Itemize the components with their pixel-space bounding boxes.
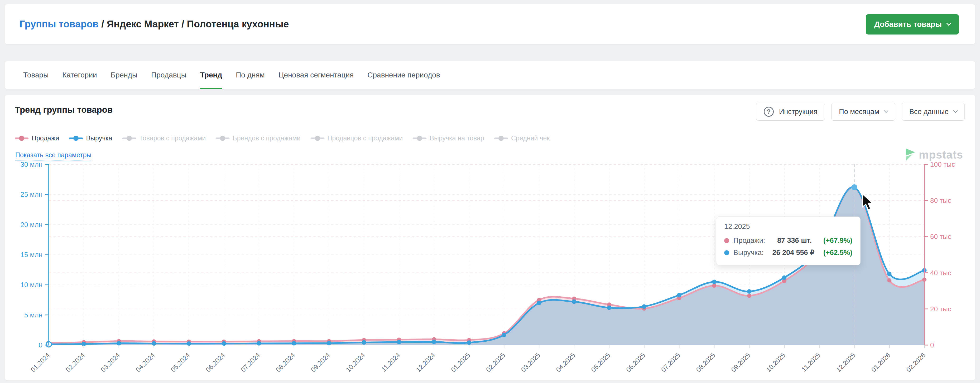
- tooltip-date: 12.2025: [724, 223, 852, 231]
- tooltip-sales-value: 87 336 шт.: [776, 237, 812, 245]
- tab-item[interactable]: Товары: [23, 61, 49, 89]
- mpstats-logo-icon: [905, 149, 916, 161]
- tooltip-revenue-delta: (+62.5%): [820, 248, 852, 257]
- tooltip-sales-delta: (+67.9%): [818, 237, 852, 245]
- revenue-point: [642, 304, 646, 309]
- right-axis-label: 40 тыс: [930, 269, 951, 277]
- right-axis-label: 80 тыс: [930, 196, 951, 204]
- breadcrumb-current: Яндекс Маркет / Полотенца кухонные: [107, 19, 289, 30]
- revenue-point: [677, 293, 681, 298]
- tab-item[interactable]: По дням: [236, 61, 265, 89]
- x-axis-label: 12.2024: [415, 351, 437, 374]
- sales-point: [712, 283, 716, 288]
- chevron-down-icon: [946, 21, 951, 25]
- x-axis-label: 10.2025: [765, 351, 787, 374]
- tab-item[interactable]: Сравнение периодов: [368, 61, 440, 89]
- left-axis-label: 0: [39, 341, 43, 349]
- tab-item[interactable]: Ценовая сегментация: [278, 61, 354, 89]
- tab-item[interactable]: Продавцы: [151, 61, 186, 89]
- mouse-cursor-icon: [861, 193, 877, 212]
- left-axis-label: 5 млн: [24, 311, 43, 319]
- right-axis-label: 0: [930, 341, 934, 349]
- tab-item[interactable]: Бренды: [111, 61, 137, 89]
- left-axis-label: 15 млн: [20, 251, 43, 259]
- x-axis-label: 03.2024: [99, 351, 121, 374]
- x-axis-label: 09.2025: [730, 351, 752, 374]
- revenue-point: [712, 280, 716, 284]
- revenue-point: [327, 341, 331, 345]
- add-products-button-label: Добавить товары: [874, 20, 942, 29]
- x-axis-label: 06.2025: [625, 351, 647, 374]
- x-axis-label: 11.2025: [800, 351, 822, 373]
- overlap-area: [49, 187, 924, 345]
- revenue-point: [502, 333, 506, 337]
- revenue-point: [116, 341, 121, 346]
- tooltip-revenue-label: Выручка:: [733, 248, 772, 257]
- x-axis-label: 02.2025: [484, 351, 507, 374]
- x-axis-label: 07.2025: [660, 351, 682, 374]
- revenue-point: [887, 272, 892, 276]
- left-axis-label: 30 млн: [20, 160, 43, 168]
- revenue-point: [362, 340, 366, 345]
- revenue-point: [782, 275, 786, 280]
- x-axis-label: 11.2024: [380, 351, 401, 373]
- x-axis-label: 01.2024: [29, 351, 51, 374]
- tab-item[interactable]: Категории: [62, 61, 97, 89]
- sales-point: [747, 294, 751, 298]
- revenue-point: [432, 340, 436, 344]
- breadcrumb: Группы товаров / Яндекс Маркет / Полотен…: [19, 4, 289, 44]
- tabs-bar: ТоварыКатегорииБрендыПродавцыТрендПо дня…: [5, 61, 975, 89]
- tooltip-sales-label: Продажи:: [733, 237, 776, 245]
- x-axis-label: 04.2025: [555, 351, 577, 374]
- left-axis-label: 10 млн: [20, 281, 43, 289]
- x-axis-label: 02.2026: [905, 351, 927, 374]
- x-axis-label: 08.2024: [274, 351, 296, 374]
- x-axis-label: 08.2025: [695, 351, 717, 374]
- tooltip-row-revenue: Выручка: 26 204 556 ₽ (+62.5%): [724, 247, 852, 259]
- revenue-point: [292, 341, 296, 346]
- mpstats-watermark-text: mpstats: [919, 149, 963, 161]
- x-axis-label: 05.2025: [590, 351, 612, 374]
- mpstats-watermark: mpstats: [905, 149, 963, 161]
- breadcrumb-separator: /: [99, 19, 107, 30]
- breadcrumb-link-product-groups[interactable]: Группы товаров: [19, 19, 99, 30]
- tooltip-row-sales: Продажи: 87 336 шт. (+67.9%): [724, 234, 852, 247]
- right-axis-label: 60 тыс: [930, 233, 951, 241]
- x-axis-label: 01.2026: [870, 351, 892, 374]
- left-axis-label: 25 млн: [20, 190, 43, 198]
- revenue-point: [572, 299, 576, 304]
- right-axis-label: 20 тыс: [930, 305, 951, 313]
- x-axis-label: 07.2024: [239, 351, 262, 374]
- x-axis-label: 06.2024: [204, 351, 226, 374]
- x-axis-label: 04.2024: [134, 351, 156, 374]
- x-axis-label: 05.2024: [169, 351, 191, 374]
- revenue-point: [257, 341, 261, 346]
- sales-series-dot-icon: [724, 238, 729, 243]
- revenue-point: [467, 340, 471, 345]
- tabs: ТоварыКатегорииБрендыПродавцыТрендПо дня…: [5, 61, 975, 89]
- add-products-button[interactable]: Добавить товары: [866, 14, 959, 35]
- left-axis-label: 20 млн: [20, 221, 43, 229]
- revenue-point: [397, 340, 401, 344]
- x-axis-label: 01.2025: [449, 351, 471, 374]
- x-axis-label: 02.2024: [64, 351, 86, 374]
- x-axis-label: 09.2024: [309, 351, 331, 374]
- tooltip-revenue-value: 26 204 556 ₽: [772, 248, 815, 257]
- right-axis-label: 100 тыс: [930, 160, 955, 168]
- revenue-point: [537, 301, 541, 305]
- trend-panel: Тренд группы товаров ? Инструкция По мес…: [5, 95, 975, 380]
- sales-point: [887, 278, 891, 282]
- header-card: Группы товаров / Яндекс Маркет / Полотен…: [5, 4, 975, 44]
- revenue-series-dot-icon: [724, 250, 729, 255]
- revenue-point: [607, 305, 611, 310]
- chart-tooltip: 12.2025 Продажи: 87 336 шт. (+67.9%) Выр…: [716, 217, 861, 265]
- hovered-point: [851, 184, 857, 190]
- tab-active[interactable]: Тренд: [200, 61, 222, 89]
- x-axis-label: 10.2024: [344, 351, 367, 374]
- x-axis-label: 03.2025: [520, 351, 542, 374]
- x-axis-label: 12.2025: [835, 351, 857, 374]
- revenue-point: [747, 289, 752, 294]
